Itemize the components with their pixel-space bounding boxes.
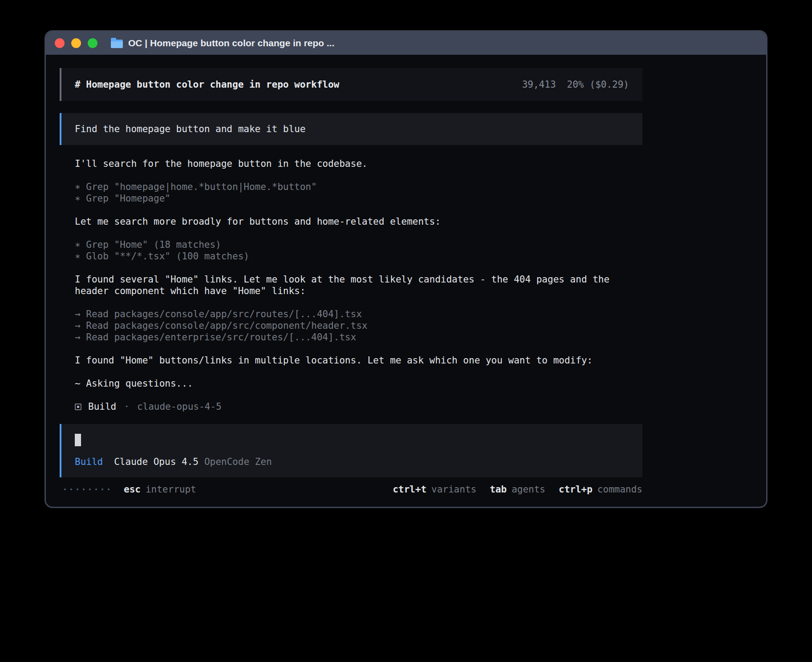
user-message: Find the homepage button and make it blu… [60, 113, 642, 145]
shortcut-key: tab [490, 484, 507, 495]
shortcut-interrupt: esc interrupt [124, 484, 196, 495]
tool-call-grep: ∗ Grep "Homepage" [75, 193, 627, 204]
shortcut-label: variants [431, 484, 476, 495]
assistant-text: Let me search more broadly for buttons a… [75, 216, 627, 227]
shortcut-variants: ctrl+t variants [393, 484, 476, 495]
agent-model: claude-opus-4-5 [137, 401, 222, 412]
spinner-icon [64, 488, 110, 490]
input-model-name[interactable]: Claude Opus 4.5 [114, 456, 199, 468]
shortcut-agents: tab agents [490, 484, 545, 495]
session-title: # Homepage button color change in repo w… [75, 79, 339, 90]
shortcut-label: interrupt [146, 484, 196, 495]
prompt-input[interactable]: Build Claude Opus 4.5 OpenCode Zen [60, 424, 642, 477]
shortcut-label: commands [597, 484, 642, 495]
assistant-status-text: ~ Asking questions... [75, 378, 627, 389]
shortcut-label: agents [512, 484, 545, 495]
folder-icon [111, 40, 123, 48]
input-agent-mode[interactable]: Build [75, 456, 103, 468]
token-count: 39,413 [522, 79, 556, 90]
status-bar: esc interrupt ctrl+t variants tab agents… [60, 484, 642, 495]
session-header: # Homepage button color change in repo w… [60, 68, 642, 101]
agent-status-row: Build · claude-opus-4-5 [75, 401, 627, 412]
input-provider-name: OpenCode Zen [204, 456, 272, 468]
window-title: OC | Homepage button color change in rep… [128, 38, 334, 48]
tool-call-read: → Read packages/enterprise/src/routes/[.… [75, 331, 627, 343]
text-cursor [75, 434, 81, 446]
title-group: OC | Homepage button color change in rep… [111, 38, 334, 48]
agent-separator: · [124, 401, 130, 412]
session-cost: ($0.29) [589, 79, 629, 90]
zoom-button[interactable] [88, 38, 97, 48]
tool-call-grep: ∗ Grep "homepage|home.*button|Home.*butt… [75, 181, 627, 193]
terminal-window: OC | Homepage button color change in rep… [45, 30, 767, 508]
assistant-text: I found "Home" buttons/links in multiple… [75, 355, 627, 366]
tool-call-read: → Read packages/console/app/src/routes/[… [75, 308, 627, 320]
assistant-transcript: I'll search for the homepage button in t… [75, 158, 627, 412]
close-button[interactable] [55, 38, 65, 48]
input-meta: Build Claude Opus 4.5 OpenCode Zen [75, 456, 629, 468]
traffic-lights [55, 38, 97, 48]
session-stats: 39,413 20% ($0.29) [522, 79, 629, 90]
minimize-button[interactable] [71, 38, 81, 48]
context-percent: 20% [567, 79, 584, 90]
agent-name: Build [88, 401, 116, 412]
titlebar[interactable]: OC | Homepage button color change in rep… [46, 32, 766, 55]
shortcut-key: ctrl+p [559, 484, 593, 495]
shortcut-key: ctrl+t [393, 484, 426, 495]
assistant-text: I'll search for the homepage button in t… [75, 158, 627, 170]
tool-call-read: → Read packages/console/app/src/componen… [75, 320, 627, 331]
tool-call-grep: ∗ Grep "Home" (18 matches) [75, 239, 627, 250]
shortcut-key: esc [124, 484, 141, 495]
assistant-text: I found several "Home" links. Let me loo… [75, 274, 627, 297]
user-message-text: Find the homepage button and make it blu… [75, 124, 305, 134]
shortcut-commands: ctrl+p commands [559, 484, 642, 495]
tool-call-glob: ∗ Glob "**/*.tsx" (100 matches) [75, 250, 627, 262]
agent-icon [75, 404, 81, 410]
terminal-content: # Homepage button color change in repo w… [46, 55, 766, 495]
